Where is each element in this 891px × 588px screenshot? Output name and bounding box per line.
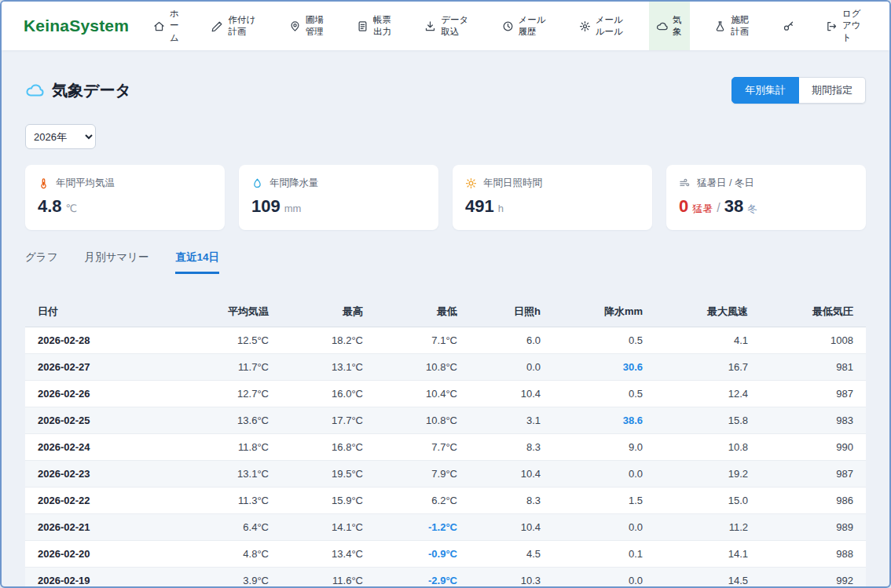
cell-max: 19.5°C xyxy=(269,461,363,488)
cell-wind: 4.1 xyxy=(643,327,748,354)
cell-wind: 16.7 xyxy=(643,354,748,381)
cell-date: 2026-02-24 xyxy=(25,434,174,461)
cell-min: -1.2°C xyxy=(363,514,457,541)
tab-monthly-summary[interactable]: 月別サマリー xyxy=(84,250,148,274)
cell-avg: 12.7°C xyxy=(174,381,269,407)
cell-max: 13.1°C xyxy=(269,354,363,381)
stat-cards: 年間平均気温 4.8 ℃ 年間降水量 109 mm xyxy=(25,165,866,230)
table-row: 2026-02-2211.3°C15.9°C6.2°C8.31.515.0986 xyxy=(25,488,866,514)
cell-max: 11.6°C xyxy=(269,568,363,588)
stat-unit: mm xyxy=(284,203,302,214)
column-header: 最低 xyxy=(363,298,457,327)
cell-min: 7.1°C xyxy=(363,327,457,354)
home-icon xyxy=(153,20,165,32)
cell-pressure: 992 xyxy=(748,568,866,588)
weather-cloud-icon xyxy=(25,81,44,100)
key-icon xyxy=(783,20,794,32)
nav-item-label: 圃場管理 xyxy=(306,14,325,38)
cell-sun: 6.0 xyxy=(457,327,541,354)
cell-max: 16.8°C xyxy=(269,434,363,461)
toggle-period-select[interactable]: 期間指定 xyxy=(799,77,866,104)
content-tabs: グラフ 月別サマリー 直近14日 xyxy=(25,250,866,274)
separator: / xyxy=(717,201,720,215)
stat-label: 猛暑日 / 冬日 xyxy=(697,177,754,190)
cell-sun: 10.4 xyxy=(457,514,541,541)
hot-days-value: 0 xyxy=(679,196,688,217)
cell-min: 6.2°C xyxy=(363,488,457,514)
nav-item-fertilizer-plan[interactable]: 施肥計画 xyxy=(707,2,757,50)
table-row: 2026-02-216.4°C14.1°C-1.2°C10.40.011.298… xyxy=(25,514,866,541)
tab-recent-14-days[interactable]: 直近14日 xyxy=(175,250,219,274)
nav-item-mail-rules[interactable]: メールルール xyxy=(572,2,632,50)
cell-max: 14.1°C xyxy=(269,514,363,541)
cell-wind: 11.2 xyxy=(643,514,748,541)
stat-value: 491 xyxy=(465,196,494,217)
cell-rain: 0.5 xyxy=(541,381,643,407)
cell-sun: 10.3 xyxy=(457,568,541,588)
pencil-icon xyxy=(211,20,223,32)
cell-pressure: 987 xyxy=(748,461,866,488)
nav-item-label: 帳票出力 xyxy=(373,14,393,38)
cell-pressure: 989 xyxy=(748,514,866,541)
nav-item-data-import[interactable]: データ取込 xyxy=(417,2,477,50)
nav-item-planting-plan[interactable]: 作付け計画 xyxy=(204,2,264,50)
nav-item-label: 施肥計画 xyxy=(731,14,750,38)
hot-days-label: 猛暑 xyxy=(692,202,713,216)
cell-min: 10.8°C xyxy=(363,354,457,381)
sun-icon xyxy=(465,177,477,189)
column-header: 降水mm xyxy=(541,298,643,327)
cell-rain: 0.5 xyxy=(541,327,643,354)
weather-table: 日付平均気温最高最低日照h降水mm最大風速最低気圧 2026-02-2812.5… xyxy=(25,298,866,588)
cell-date: 2026-02-25 xyxy=(25,407,174,434)
cell-pressure: 983 xyxy=(748,407,866,434)
nav-item-mail-history[interactable]: メール履歴 xyxy=(495,2,555,50)
stat-label: 年間日照時間 xyxy=(483,177,542,190)
cell-rain: 0.0 xyxy=(541,568,643,588)
cell-pressure: 987 xyxy=(748,381,866,407)
cell-rain: 0.0 xyxy=(541,461,643,488)
stat-card-avg-temp: 年間平均気温 4.8 ℃ xyxy=(25,165,225,230)
stat-value: 109 xyxy=(251,196,280,217)
column-header: 最高 xyxy=(269,298,363,327)
stat-label: 年間平均気温 xyxy=(56,177,115,190)
nav-item-field-management[interactable]: 圃場管理 xyxy=(282,2,332,50)
cell-date: 2026-02-23 xyxy=(25,461,174,488)
view-toggle: 年別集計 期間指定 xyxy=(732,77,866,104)
app-logo[interactable]: KeinaSystem xyxy=(24,16,129,35)
nav-item-label: 気象 xyxy=(673,14,683,38)
table-row: 2026-02-2313.1°C19.5°C7.9°C10.40.019.298… xyxy=(25,461,866,488)
cell-wind: 14.1 xyxy=(643,541,748,568)
year-select[interactable]: 2026年 xyxy=(25,124,96,149)
nav-item-logout[interactable]: ログアウト xyxy=(819,2,869,50)
gear-icon xyxy=(579,20,591,32)
cell-sun: 3.1 xyxy=(457,407,541,434)
nav-item-label: データ取込 xyxy=(441,14,470,38)
top-navbar: KeinaSystem ホーム 作付け計画 圃場管理 帳票出力 データ取込 xyxy=(2,2,889,50)
weather-table-body: 2026-02-2812.5°C18.2°C7.1°C6.00.54.11008… xyxy=(25,327,866,588)
cell-wind: 15.0 xyxy=(643,488,748,514)
cell-wind: 10.8 xyxy=(643,434,748,461)
password-key-button[interactable] xyxy=(776,2,801,50)
cold-days-label: 冬 xyxy=(747,203,757,216)
cell-sun: 10.4 xyxy=(457,381,541,407)
nav-item-home[interactable]: ホーム xyxy=(146,2,187,50)
toggle-yearly-summary[interactable]: 年別集計 xyxy=(732,77,799,104)
cell-pressure: 990 xyxy=(748,434,866,461)
cell-min: -0.9°C xyxy=(363,541,457,568)
nav-item-label: ログアウト xyxy=(842,8,862,44)
tab-graph[interactable]: グラフ xyxy=(25,250,57,274)
cell-max: 15.9°C xyxy=(269,488,363,514)
cell-avg: 11.3°C xyxy=(174,488,269,514)
cell-max: 13.4°C xyxy=(269,541,363,568)
thermometer-icon xyxy=(38,177,50,189)
nav-item-label: ホーム xyxy=(170,8,180,44)
table-header-row: 日付平均気温最高最低日照h降水mm最大風速最低気圧 xyxy=(25,298,866,327)
cell-avg: 11.8°C xyxy=(174,434,269,461)
cell-date: 2026-02-20 xyxy=(25,541,174,568)
cell-min: -2.9°C xyxy=(363,568,457,588)
cell-pressure: 1008 xyxy=(748,327,866,354)
nav-item-report-output[interactable]: 帳票出力 xyxy=(350,2,400,50)
nav-item-weather[interactable]: 気象 xyxy=(649,2,690,50)
cloud-icon xyxy=(656,20,668,32)
nav-item-label: メール履歴 xyxy=(519,14,548,38)
